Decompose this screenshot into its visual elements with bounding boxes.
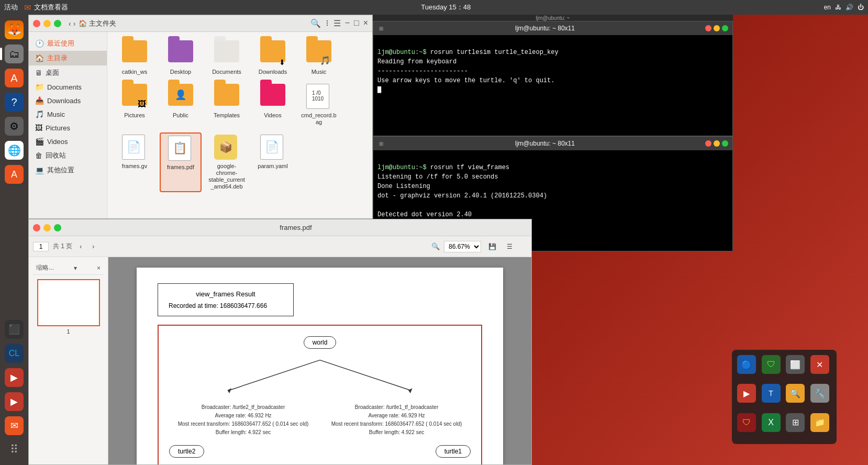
pdf-minimize-button[interactable] [43,224,51,231]
file-templates-label: Templates [214,112,240,119]
dock-files[interactable]: 🗂 [3,43,25,65]
file-videos[interactable]: Videos [252,82,294,128]
terminal1-titlebar: ⊞ ljm@ubuntu: ~ 80x11 [373,21,732,35]
tray-close[interactable]: ✕ [810,355,829,374]
bag-file-text: 1 /01010 [312,90,324,102]
file-frames-gv[interactable]: 📄 frames.gv [114,132,155,193]
menu-icon[interactable]: ☰ [333,18,341,28]
pictures-sidebar-icon: 🖼 [35,124,42,132]
dock-ubuntu-software[interactable]: A [3,67,25,89]
tray-shield2[interactable]: 🛡 [737,413,756,432]
pdf-close-button[interactable] [33,224,40,231]
window-close2-icon[interactable]: × [363,18,368,28]
pdf-close-toolbar-button[interactable] [520,243,527,250]
shield-tray-icon: 🛡 [767,360,775,369]
file-param-yaml[interactable]: 📄 param.yaml [252,132,294,193]
pdf-save-button[interactable]: 💾 [485,242,499,251]
tray-red-app[interactable]: ▶ [737,384,756,403]
file-downloads[interactable]: ⬇ Downloads [252,38,294,78]
sidebar-item-recent[interactable]: 🕐 最近使用 [29,36,107,51]
window-close-button[interactable] [33,20,40,27]
activities-button[interactable]: 活动 [4,3,18,12]
pdf-search-icon[interactable]: 🔍 [431,242,440,250]
dock-settings[interactable]: ⚙ [3,115,25,137]
file-catkin_ws[interactable]: catkin_ws [114,38,155,78]
file-frames-pdf[interactable]: 📋 frames.pdf [160,132,202,193]
bag-file-icon: 1 /01010 [306,84,331,110]
nav-back-icon[interactable]: ‹ [69,19,71,28]
mini-terminal-title: ljm@ubuntu: ~ [536,15,570,21]
window-maximize-button[interactable] [54,20,61,27]
dock-evince[interactable]: ✉ [3,415,25,437]
tray-screen[interactable]: ⬜ [786,355,805,374]
terminal2-min[interactable] [714,140,720,147]
filter-icon[interactable]: ⫶ [325,18,329,28]
dock-red1[interactable]: ▶ [3,367,25,389]
terminal1-grid-icon: ⊞ [377,25,385,32]
pdf-zoom-select[interactable]: 86.67% 100% 75% [444,241,481,252]
tray-bluetooth[interactable]: 🔵 [737,355,756,374]
dock-firefox[interactable]: 🦊 [3,19,25,41]
file-templates[interactable]: Templates [206,82,248,128]
tray-search[interactable]: 🔍 [786,384,805,403]
dock-chrome[interactable]: 🌐 [3,139,25,161]
tray-excel[interactable]: X [762,413,781,432]
terminal1-max[interactable] [722,25,728,31]
tray-grid[interactable]: ⊞ [786,413,805,432]
dock-updates[interactable]: A [3,163,25,185]
terminal1-min[interactable] [714,25,720,31]
right-recent: Most recent transform: 1686036477.652 ( … [322,420,471,428]
tray-teams[interactable]: T [762,384,781,403]
teams-tray-icon: T [769,389,773,397]
sidebar-item-videos[interactable]: 🎬 Videos [29,135,107,148]
diagram-branches: Broadcaster: /turtle2_tf_broadcaster Ave… [169,403,471,437]
file-manager-sidebar: 🕐 最近使用 🏠 主目录 🖥 桌面 📁 Documents 📥 Download… [29,32,107,218]
tray-shield[interactable]: 🛡 [762,355,781,374]
sidebar-item-pictures[interactable]: 🖼 Pictures [29,121,107,135]
file-desktop[interactable]: Desktop [160,38,202,78]
pdf-sidebar-close-icon[interactable]: × [97,264,101,272]
window-maximize2-icon[interactable]: □ [354,18,359,28]
file-public[interactable]: 👤 Public [160,82,202,128]
pdf-body: 缩略... ▾ × ≡ 1 view_frames Result Recorde… [29,257,531,464]
file-music[interactable]: 🎵 Music [298,38,340,78]
pdf-prev-page-button[interactable]: ‹ [76,242,85,251]
lang-indicator[interactable]: en [824,4,831,11]
dock-terminal[interactable]: ⬛ [3,318,25,340]
search-icon[interactable]: 🔍 [310,18,321,28]
tray-files[interactable]: 📁 [810,413,829,432]
sidebar-item-trash[interactable]: 🗑 回收站 [29,148,107,163]
tray-tools[interactable]: 🔧 [810,384,829,403]
file-pictures-label: Pictures [124,112,145,119]
window-minimize2-icon[interactable]: − [345,18,350,28]
sidebar-item-downloads[interactable]: 📥 Downloads [29,94,107,107]
terminal2-close[interactable] [705,140,711,147]
file-pictures[interactable]: 🖼 Pictures [114,82,155,128]
sidebar-item-desktop[interactable]: 🖥 桌面 [29,65,107,80]
file-documents[interactable]: Documents [206,38,248,78]
file-cmd-record-bag[interactable]: 1 /01010 cmd_record.bag [298,82,340,128]
terminal1-close[interactable] [705,25,711,31]
dock-red2[interactable]: ▶ [3,391,25,413]
sidebar-item-other[interactable]: 💻 其他位置 [29,163,107,178]
sidebar-item-music[interactable]: 🎵 Music [29,107,107,121]
pdf-page-input[interactable] [33,242,49,251]
file-google-chrome-deb[interactable]: 📦 google-chrome-stable_current_amd64.deb [206,132,248,193]
pdf-next-page-button[interactable]: › [89,242,97,251]
desktop-label: 桌面 [46,68,59,78]
sidebar-item-home[interactable]: 🏠 主目录 [29,51,107,65]
dock-grid[interactable]: ⠿ [3,439,25,461]
terminal2-max[interactable] [722,140,728,147]
sidebar-item-documents[interactable]: 📁 Documents [29,80,107,94]
power-icon[interactable]: ⏻ [858,4,864,11]
pdf-menu-button[interactable]: ☰ [504,242,516,251]
dock-help[interactable]: ? [3,91,25,113]
turtle1-node: turtle1 [436,445,471,458]
pdf-thumbnail-1[interactable]: ≡ [37,279,100,326]
dock-clion[interactable]: CL [3,342,25,364]
pdf-sidebar-dropdown-icon[interactable]: ▾ [74,264,77,272]
window-minimize-button[interactable] [43,20,51,27]
top-bar: 活动 ✉ 文档查看器 Tuesday 15：48 en 🖧 🔊 ⏻ [0,0,868,15]
nav-forward-icon[interactable]: › [73,19,76,28]
pdf-maximize-button[interactable] [54,224,61,231]
